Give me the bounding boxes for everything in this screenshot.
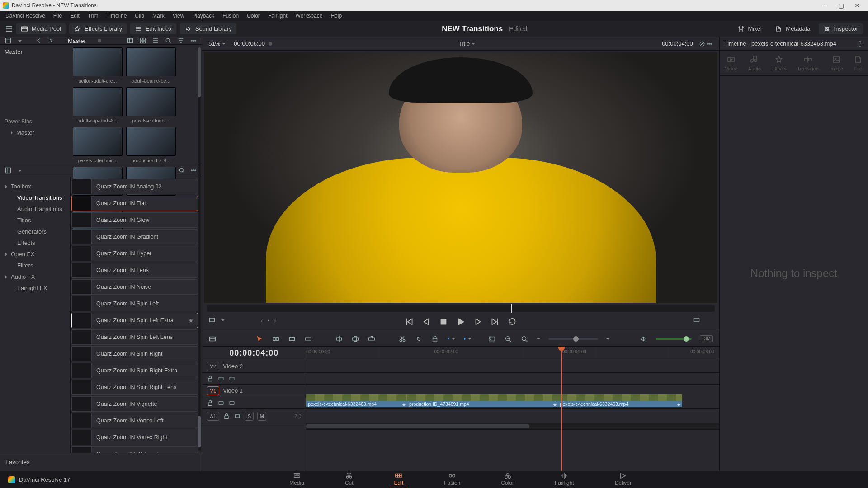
transition-item[interactable]: Quarz Zoom IN Spin Right Lens — [71, 380, 198, 395]
media-thumbnail[interactable]: pexels-cottonbr... — [126, 87, 176, 123]
fx-category-filters[interactable]: Filters — [0, 260, 70, 271]
track-tag-v1[interactable]: V1 — [207, 386, 219, 395]
viewer-scrubber[interactable] — [207, 305, 715, 312]
goto-first-button[interactable] — [404, 317, 414, 327]
timeline-clip[interactable]: production ID_4734691.mp4◆ — [407, 386, 558, 407]
favorite-star-icon[interactable]: ★ — [188, 317, 194, 324]
viewer-zoom[interactable]: 51% — [208, 40, 226, 47]
panel-layout-icon[interactable] — [5, 25, 13, 33]
options-icon[interactable] — [190, 37, 197, 44]
track-header-v1[interactable]: V1 Video 1 — [202, 385, 306, 397]
page-tab-edit[interactable]: Edit — [390, 471, 408, 488]
nav-back-icon[interactable] — [35, 37, 42, 44]
page-tab-fusion[interactable]: Fusion — [439, 471, 465, 488]
viewer-frame[interactable] — [204, 52, 717, 303]
media-thumbnail[interactable]: adult-cap-dark-8... — [73, 87, 123, 123]
media-thumbnail[interactable]: pexels-c-technic... — [73, 127, 123, 163]
zoom-to-fit-icon[interactable] — [488, 335, 496, 343]
fx-category-audio-transitions[interactable]: Audio Transitions — [0, 203, 70, 215]
transition-item[interactable]: Quarz Zoom IN Gradient — [71, 229, 198, 244]
page-tab-color[interactable]: Color — [496, 471, 519, 488]
sort-icon[interactable] — [177, 37, 184, 44]
timeline-clip[interactable]: pexels-c-technical-6332463.mp4◆ — [558, 386, 682, 407]
track-tag-a1[interactable]: A1 — [207, 412, 219, 421]
timeline-playhead[interactable] — [561, 347, 562, 471]
position-lock-icon[interactable] — [431, 335, 439, 343]
lane-v1[interactable]: pexels-c-technical-6332463.mp4◆productio… — [306, 385, 719, 409]
lane-a1[interactable] — [306, 409, 719, 423]
match-dot-icon[interactable]: • — [268, 317, 270, 324]
transition-item[interactable]: Quarz Zoom IN Hyper — [71, 246, 198, 261]
menu-item[interactable]: File — [53, 13, 62, 19]
clip-keyframe-icon[interactable]: ◆ — [402, 402, 406, 407]
timeline-h-scrollbar[interactable] — [306, 423, 719, 430]
match-next-icon[interactable]: › — [274, 317, 276, 324]
transition-item[interactable]: Quarz Zoom IN Vortex Left — [71, 413, 198, 428]
transition-item[interactable]: Quarz Zoom IN Spin Right — [71, 346, 198, 361]
viewer-playhead-icon[interactable] — [511, 304, 512, 313]
inspector-tab-effects[interactable]: Effects — [771, 55, 786, 71]
media-thumbnail[interactable]: action-adult-arc... — [73, 47, 123, 84]
selection-tool-icon[interactable] — [255, 335, 264, 343]
view-thumb-icon[interactable] — [139, 37, 146, 44]
menu-item[interactable]: Playback — [192, 13, 214, 19]
overlay-mode-icon[interactable] — [208, 316, 216, 324]
search-icon[interactable] — [165, 37, 172, 44]
transition-item[interactable]: Quarz Zoom IN Spin Left Lens — [71, 329, 198, 345]
effects-library-toggle[interactable]: Effects Library — [69, 23, 127, 34]
fx-category-fairlight-fx[interactable]: Fairlight FX — [0, 282, 70, 294]
razor-icon[interactable] — [398, 335, 406, 343]
volume-icon[interactable] — [639, 335, 647, 343]
menu-item[interactable]: Clip — [135, 13, 144, 19]
nav-fwd-icon[interactable] — [47, 37, 54, 44]
transition-item[interactable]: Quarz Zoom IN Noise — [71, 279, 198, 295]
transition-item[interactable]: Quarz Zoom IN Spin Right Extra — [71, 363, 198, 378]
powerbins-item[interactable]: Master — [5, 129, 66, 136]
transition-item[interactable]: Quarz Zoom IN Lens — [71, 263, 198, 278]
timeline-clip[interactable]: pexels-c-technical-6332463.mp4◆ — [306, 386, 407, 407]
goto-last-button[interactable] — [490, 317, 500, 327]
track-tag-v2[interactable]: V2 — [207, 362, 219, 371]
bypass-fx-icon[interactable] — [698, 40, 706, 47]
fx-category-effects[interactable]: Effects — [0, 237, 70, 249]
inspector-tab-file[interactable]: File — [854, 55, 863, 71]
play-button[interactable] — [456, 317, 466, 327]
lane-v2[interactable] — [306, 360, 719, 373]
menu-item[interactable]: Help — [330, 13, 342, 19]
timeline-lanes[interactable]: 00:00:00:0000:00:02:0000:00:04:0000:00:0… — [306, 347, 719, 471]
menu-item[interactable]: Fusion — [222, 13, 239, 19]
single-viewer-icon[interactable] — [693, 316, 700, 324]
auto-select-icon[interactable] — [217, 399, 225, 407]
menu-item[interactable]: DaVinci Resolve — [5, 13, 45, 19]
transition-item[interactable]: Quarz Zoom IN Spin Left Extra★ — [71, 313, 198, 328]
disable-video-icon[interactable] — [228, 375, 236, 382]
inspector-expand-icon[interactable] — [856, 40, 863, 47]
mixer-toggle[interactable]: Mixer — [733, 23, 767, 34]
bin-tree-root[interactable]: Master — [5, 48, 66, 55]
lock-icon[interactable] — [223, 413, 230, 420]
zoom-out-icon[interactable]: − — [537, 335, 540, 342]
view-metadata-icon[interactable] — [127, 37, 134, 44]
fx-category-generators[interactable]: Generators — [0, 226, 70, 237]
window-maximize-button[interactable]: ▢ — [833, 2, 849, 9]
fx-category-toolbox[interactable]: Toolbox — [0, 181, 70, 192]
favorites-section[interactable]: Favorites — [0, 453, 202, 471]
view-list-icon[interactable] — [152, 37, 159, 44]
trim-tool-icon[interactable] — [272, 335, 280, 343]
menu-item[interactable]: Mark — [152, 13, 165, 19]
transition-item[interactable]: Quarz Zoom IN Analog 02 — [71, 179, 198, 194]
media-thumbnail[interactable]: production ID_4... — [126, 127, 176, 163]
menu-item[interactable]: View — [173, 13, 184, 19]
fx-category-audio-fx[interactable]: Audio FX — [0, 271, 70, 282]
transition-item[interactable]: Quarz Zoom IN Glow — [71, 212, 198, 228]
menu-item[interactable]: Edit — [70, 13, 80, 19]
solo-button[interactable]: S — [245, 412, 254, 421]
detail-zoom-icon[interactable] — [504, 335, 512, 343]
auto-select-icon[interactable] — [217, 375, 225, 382]
fx-panel-dropdown-icon[interactable] — [16, 167, 22, 174]
sound-library-toggle[interactable]: Sound Library — [180, 23, 236, 34]
fx-category-open-fx[interactable]: Open FX — [0, 249, 70, 260]
transition-item[interactable]: Quarz Zoom IN Vignette — [71, 396, 198, 412]
fx-category-video-transitions[interactable]: Video Transitions — [0, 192, 70, 203]
replace-clip-icon[interactable] — [368, 335, 376, 343]
